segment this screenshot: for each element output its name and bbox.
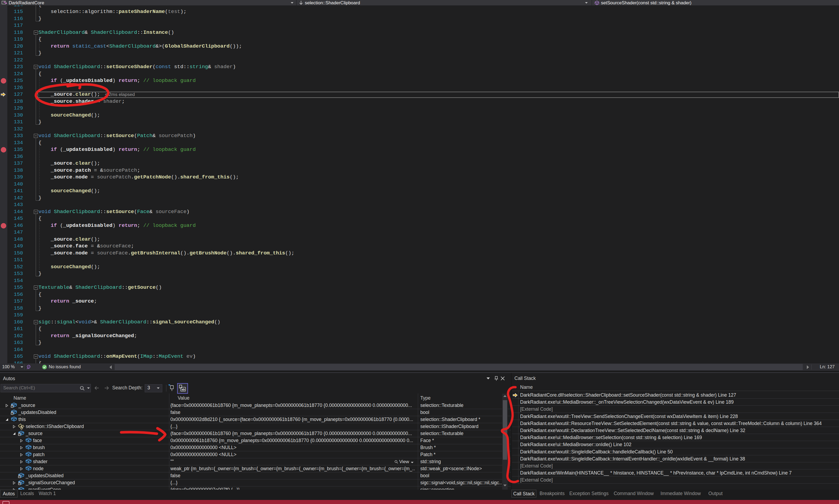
svg-text:ab: ab <box>181 388 185 391</box>
